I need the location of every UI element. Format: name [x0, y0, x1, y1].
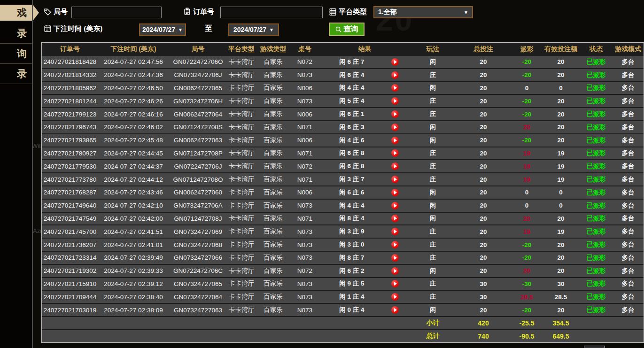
- video-play-icon[interactable]: [391, 110, 399, 118]
- video-play-icon[interactable]: [391, 189, 399, 196]
- platform-type-select[interactable]: 1.全部 ▼: [373, 6, 473, 18]
- cell-play-type: 庄: [411, 175, 455, 184]
- video-play-icon[interactable]: [391, 293, 399, 301]
- cell-status: 已派彩: [580, 214, 613, 223]
- cell-game-type: 百家乐: [256, 279, 291, 288]
- cell-platform-type: 卡卡湾厅: [227, 175, 256, 184]
- video-play-icon[interactable]: [391, 149, 399, 157]
- cell-status: 已派彩: [580, 110, 613, 118]
- cell-game-mode: 多台: [613, 71, 644, 79]
- sidebar-tab-game[interactable]: 戏: [0, 5, 33, 21]
- video-play-icon[interactable]: [391, 306, 399, 314]
- video-play-icon[interactable]: [391, 280, 399, 287]
- cell-order-no: 240727021719302: [42, 267, 98, 274]
- cell-status: 已派彩: [580, 162, 613, 170]
- video-play-icon[interactable]: [391, 176, 399, 183]
- cell-round-no: GN0732472706J: [169, 71, 227, 78]
- video-play-icon[interactable]: [391, 202, 399, 209]
- video-play-icon[interactable]: [391, 162, 399, 170]
- cell-game-mode: 多台: [613, 58, 644, 66]
- cell-platform-type: 卡卡湾厅: [227, 201, 256, 210]
- cell-total-bet: 20: [455, 85, 512, 92]
- cell-payout: -20: [512, 137, 542, 144]
- video-play-icon[interactable]: [391, 241, 399, 248]
- video-play-icon[interactable]: [391, 97, 399, 105]
- cell-bet-time: 2024-07-27 02:44:37: [98, 163, 169, 170]
- cell-total-bet: 20: [455, 267, 512, 274]
- cell-table-no: N006: [291, 85, 319, 92]
- cell-result: 闲 9 庄 5: [319, 279, 411, 288]
- game-no-input[interactable]: [71, 7, 162, 18]
- cell-round-no: GN07324727065: [169, 280, 227, 287]
- cell-valid-bet: 28.5: [542, 294, 580, 301]
- result-text: 闲 6 庄 7: [319, 58, 385, 66]
- result-text: 闲 3 庄 7: [319, 175, 385, 184]
- video-play-icon[interactable]: [391, 267, 399, 275]
- cell-round-no: GN0712472708O: [169, 176, 227, 183]
- table-header-row: 订单号 下注时间 (美东) 局号 平台类型 游戏类型 桌号 结果 玩法 总投注 …: [42, 43, 644, 56]
- query-button[interactable]: 查询: [329, 23, 365, 36]
- table-row: 240727021793865 2024-07-27 02:45:48 GN00…: [42, 134, 644, 147]
- cell-play-type: 闲: [411, 84, 455, 92]
- query-button-label: 查询: [343, 24, 358, 34]
- cell-bet-time: 2024-07-27 02:44:45: [98, 150, 169, 157]
- col-bet-time: 下注时间 (美东): [98, 45, 169, 54]
- cell-bet-time: 2024-07-27 02:46:16: [98, 111, 169, 118]
- cell-round-no: GN07324727069: [169, 228, 227, 235]
- video-play-icon[interactable]: [391, 58, 399, 66]
- sidebar-tab-record-2[interactable]: 录: [0, 64, 33, 84]
- date-from-select[interactable]: 2024/07/27 ▼: [139, 23, 186, 36]
- cell-platform-type: 卡卡湾厅: [227, 123, 256, 131]
- video-play-icon[interactable]: [391, 215, 399, 222]
- cell-status: 已派彩: [580, 84, 613, 92]
- date-from-value: 2024/07/27: [142, 26, 175, 33]
- cell-status: 已派彩: [580, 201, 613, 210]
- cell-order-no: 240727021799123: [42, 111, 98, 118]
- col-valid-bet: 有效投注额: [542, 45, 580, 54]
- cell-payout: -20: [512, 241, 542, 248]
- cell-game-type: 百家乐: [256, 254, 291, 262]
- col-payout: 派彩: [512, 45, 542, 54]
- pagination-button-partial[interactable]: [584, 346, 605, 348]
- cell-game-type: 百家乐: [256, 123, 291, 131]
- video-play-icon[interactable]: [391, 84, 399, 92]
- video-play-icon[interactable]: [391, 254, 399, 262]
- cell-valid-bet: 0: [542, 85, 580, 92]
- cell-play-type: 庄: [411, 279, 455, 288]
- cell-game-type: 百家乐: [256, 214, 291, 223]
- cell-game-type: 百家乐: [256, 188, 291, 197]
- cell-valid-bet: 20: [542, 124, 580, 131]
- date-to-select[interactable]: 2024/07/27 ▼: [228, 23, 279, 36]
- cell-status: 已派彩: [580, 306, 613, 314]
- sidebar-tab-query[interactable]: 询: [0, 44, 33, 64]
- table-row: 240727021780927 2024-07-27 02:44:45 GN07…: [42, 147, 644, 161]
- cell-payout: 20: [512, 267, 542, 274]
- cell-result: 闲 5 庄 4: [319, 97, 411, 105]
- video-play-icon[interactable]: [391, 124, 399, 131]
- table-row: 240727021747549 2024-07-27 02:42:00 GN07…: [42, 213, 644, 226]
- video-play-icon[interactable]: [391, 71, 399, 79]
- cell-result: 闲 6 庄 3: [319, 123, 411, 131]
- cell-valid-bet: 19: [542, 228, 580, 235]
- video-play-icon[interactable]: [391, 228, 399, 235]
- cell-result: 闲 8 庄 7: [319, 254, 411, 262]
- cell-table-no: N072: [291, 163, 319, 170]
- cell-round-no: GN0722472706J: [169, 163, 227, 170]
- cell-status: 已派彩: [580, 254, 613, 262]
- col-game-mode: 游戏模式: [613, 45, 644, 54]
- subtotal-label: 小计: [411, 319, 455, 327]
- order-no-input[interactable]: [220, 7, 323, 18]
- cell-table-no: N073: [291, 307, 319, 314]
- cell-status: 已派彩: [580, 136, 613, 145]
- cell-platform-type: 卡卡湾厅: [227, 84, 256, 92]
- result-text: 闲 3 庄 0: [319, 240, 385, 249]
- cell-platform-type: 卡卡湾厅: [227, 293, 256, 301]
- cell-order-no: 240727021801244: [42, 98, 98, 105]
- video-play-icon[interactable]: [391, 137, 399, 144]
- subtotal-payout: -25.5: [512, 319, 542, 327]
- cell-valid-bet: 20: [542, 254, 580, 261]
- sidebar-tab-record-1[interactable]: 录: [0, 23, 33, 44]
- subtotal-total-bet: 420: [455, 319, 512, 327]
- cell-order-no: 240727021793865: [42, 137, 98, 144]
- cell-total-bet: 20: [455, 176, 512, 183]
